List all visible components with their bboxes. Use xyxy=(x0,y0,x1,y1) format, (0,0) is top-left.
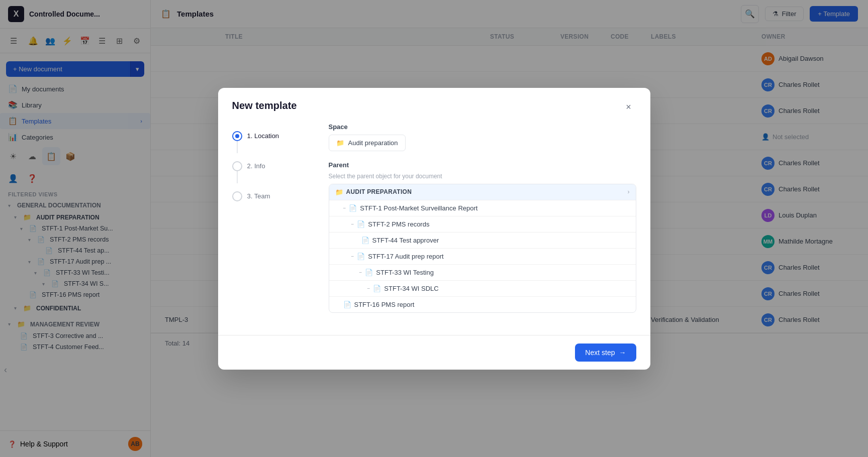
toggle-m-stft1-icon: − xyxy=(343,205,346,211)
next-step-label: Next step xyxy=(585,349,615,357)
tree-node-m-stft2[interactable]: − 📄 STFT-2 PMS records xyxy=(329,216,636,233)
file-icon-m-stft17: 📄 xyxy=(357,253,365,260)
file-icon-m-stft34: 📄 xyxy=(373,285,381,292)
toggle-m-stft33-icon: − xyxy=(359,270,362,275)
tree-node-label-m-stft33: STFT-33 WI Testing xyxy=(376,269,434,276)
tree-node-label-m-stft16: STFT-16 PMS report xyxy=(354,301,415,308)
step-team: 3. Team xyxy=(232,187,313,205)
parent-tree: 📁 AUDIT PREPARATION › − 📄 STFT-1 Post-Ma… xyxy=(329,184,636,313)
step-location: 1. Location xyxy=(232,127,313,145)
space-value: Audit preparation xyxy=(348,139,398,147)
folder-icon-audit: 📁 xyxy=(335,188,343,196)
tree-node-label-audit: AUDIT PREPARATION xyxy=(346,188,412,195)
next-step-button[interactable]: Next step → xyxy=(575,344,636,362)
step-dot-info xyxy=(232,161,242,171)
modal-title: New template xyxy=(232,100,297,111)
tree-node-label-m-stft44: STFT-44 Test approver xyxy=(372,237,439,244)
space-section: Space 📁 Audit preparation xyxy=(329,123,636,151)
step-dot-location xyxy=(232,131,242,141)
file-icon-m-stft44: 📄 xyxy=(361,237,369,244)
tree-node-label-m-stft1: STFT-1 Post-Market Surveillance Report xyxy=(360,204,477,212)
space-label: Space xyxy=(329,123,636,131)
modal-header: New template × xyxy=(218,88,650,123)
toggle-m-stft34-icon: − xyxy=(367,286,370,291)
parent-label: Parent xyxy=(329,161,636,169)
parent-sublabel: Select the parent object for your docume… xyxy=(329,173,636,180)
tree-node-m-stft16[interactable]: 📄 STFT-16 PMS report xyxy=(329,297,636,312)
modal-form: Space 📁 Audit preparation Parent Select … xyxy=(329,123,636,323)
tree-node-label-m-stft34: STFT-34 WI SDLC xyxy=(384,285,438,292)
modal-overlay: New template × 1. Location 2. Info xyxy=(0,0,868,457)
new-template-modal: New template × 1. Location 2. Info xyxy=(218,88,650,370)
step-label-team: 3. Team xyxy=(247,192,270,200)
tree-node-m-stft17[interactable]: − 📄 STFT-17 Audit prep report xyxy=(329,249,636,265)
modal-close-button[interactable]: × xyxy=(621,100,636,115)
arrow-right-icon: → xyxy=(619,349,626,357)
file-icon-m-stft2: 📄 xyxy=(357,220,365,228)
tree-node-audit-prep[interactable]: 📁 AUDIT PREPARATION › xyxy=(329,184,636,200)
parent-section: Parent Select the parent object for your… xyxy=(329,161,636,313)
toggle-m-stft17-icon: − xyxy=(351,254,354,259)
toggle-m-stft2-icon: − xyxy=(351,221,354,227)
folder-icon-space: 📁 xyxy=(336,139,344,147)
step-info: 2. Info xyxy=(232,157,313,175)
step-label-location: 1. Location xyxy=(247,132,279,140)
tree-node-m-stft33[interactable]: − 📄 STFT-33 WI Testing xyxy=(329,265,636,281)
file-icon-m-stft1: 📄 xyxy=(349,204,357,212)
tree-node-m-stft44[interactable]: 📄 STFT-44 Test approver xyxy=(329,233,636,249)
tree-node-label-m-stft17: STFT-17 Audit prep report xyxy=(368,253,443,260)
modal-steps: 1. Location 2. Info 3. Team xyxy=(232,123,313,323)
tree-node-label-m-stft2: STFT-2 PMS records xyxy=(368,220,429,228)
step-dot-team xyxy=(232,191,242,201)
file-icon-m-stft33: 📄 xyxy=(365,269,373,276)
modal-footer: Next step → xyxy=(218,335,650,370)
tree-node-m-stft34[interactable]: − 📄 STFT-34 WI SDLC xyxy=(329,281,636,297)
modal-body: 1. Location 2. Info 3. Team xyxy=(218,123,650,335)
chevron-right-audit-icon: › xyxy=(628,188,630,195)
space-selector[interactable]: 📁 Audit preparation xyxy=(329,135,406,151)
file-icon-m-stft16: 📄 xyxy=(343,301,351,308)
step-label-info: 2. Info xyxy=(247,162,265,170)
step-connector-1 xyxy=(237,141,238,153)
step-connector-2 xyxy=(237,171,238,183)
tree-node-m-stft1[interactable]: − 📄 STFT-1 Post-Market Surveillance Repo… xyxy=(329,200,636,216)
